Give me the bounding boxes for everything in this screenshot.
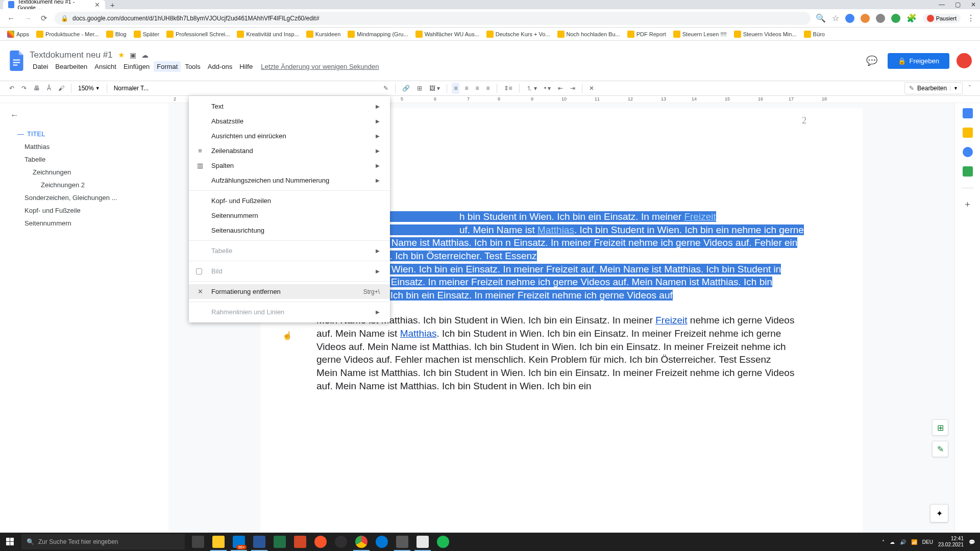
bookmark-item[interactable]: Büro [804,31,825,38]
outline-item[interactable]: Zeichnungen [10,166,158,179]
menu-datei[interactable]: Datei [30,61,51,72]
bookmark-item[interactable]: Apps [7,31,29,38]
excel-icon[interactable] [270,533,290,551]
bookmark-item[interactable]: Wahlfächer WU Aus... [415,31,479,38]
word-icon[interactable] [249,533,270,551]
window-maximize[interactable]: ▢ [955,1,961,8]
document-title[interactable]: Textdokument neu #1 [30,50,113,60]
notification-icon[interactable]: 💬 [969,539,975,545]
menu-tools[interactable]: Tools [182,61,203,72]
format-menu-item[interactable]: Seitennummern [189,208,390,223]
format-menu-item[interactable]: ≡Zeilenabstand▶ [189,143,390,158]
menu-format[interactable]: Format [154,61,181,72]
extension-icon[interactable] [876,14,885,23]
format-menu-item[interactable]: Kopf- und Fußzeilen [189,193,390,208]
paragraph-style-select[interactable]: Normaler T... [112,84,151,93]
volume-icon[interactable]: 🔊 [900,539,906,545]
close-tab-icon[interactable]: ✕ [94,1,100,9]
maps-icon[interactable] [963,166,973,177]
format-menu-item[interactable]: ✕Formatierung entfernenStrg+\ [189,284,390,299]
menu-hilfe[interactable]: Hilfe [236,61,256,72]
wifi-icon[interactable]: 📶 [911,539,917,545]
format-menu-item[interactable]: ▥Spalten▶ [189,158,390,173]
docs-logo[interactable] [8,49,26,72]
user-avatar[interactable] [957,53,972,68]
bookmark-item[interactable]: Professionell Schrei... [166,31,230,38]
last-edit-link[interactable]: Letzte Änderung vor wenigen Sekunden [261,61,379,72]
document-text[interactable]: h bin Student in Wien. Ich bin ein Einsa… [316,210,806,392]
align-justify-button[interactable]: ≡ [484,83,492,94]
highlight-color-button[interactable]: ✎ [381,83,390,94]
edge-icon[interactable] [372,533,392,551]
brave-icon[interactable] [310,533,331,551]
bookmark-item[interactable]: Deutsche Kurs + Vo... [486,31,550,38]
powerpoint-icon[interactable] [290,533,310,551]
outline-item[interactable]: Zeichnungen 2 [10,179,158,191]
bookmark-item[interactable]: Steuern Videos Min... [734,31,797,38]
add-comment-button[interactable]: ⊞ [932,419,948,436]
bulleted-list-button[interactable]: • ▾ [542,83,553,94]
clear-formatting-button[interactable]: ✕ [587,83,596,94]
format-menu-item[interactable]: Ausrichten und einrücken▶ [189,129,390,143]
obs-icon[interactable] [331,533,351,551]
cloud-icon[interactable]: ☁ [890,539,895,545]
new-tab-button[interactable]: + [110,1,115,9]
language-indicator[interactable]: DEU [922,539,933,545]
bookmark-item[interactable]: PDF Report [627,31,666,38]
menu-ansicht[interactable]: Ansicht [91,61,119,72]
bookmark-item[interactable]: Kreativität und Insp... [237,31,299,38]
move-folder-icon[interactable]: ▣ [130,51,136,59]
spotify-icon[interactable] [433,533,453,551]
outline-item[interactable]: Matthias [10,140,158,153]
insert-link-button[interactable]: 🔗 [400,83,412,94]
window-close[interactable]: ✕ [971,1,976,8]
comments-button[interactable]: 💬 [863,52,880,69]
spellcheck-button[interactable]: Ā [45,83,53,94]
browser-tab[interactable]: Textdokument neu #1 - Google ... ✕ [3,0,105,9]
bookmark-item[interactable]: Blog [106,31,127,38]
insert-image-button[interactable]: 🖼 ▾ [427,83,442,94]
undo-button[interactable]: ↶ [7,83,16,94]
taskbar-app-icon[interactable]: 99+ [229,533,249,551]
zoom-select[interactable]: 150% ▼ [76,84,102,93]
format-menu-item[interactable]: Absatzstile▶ [189,114,390,129]
clock[interactable]: 12:41 23.02.2021 [938,536,964,548]
menu-bearbeiten[interactable]: Bearbeiten [52,61,90,72]
outline-item[interactable]: Seitennummern [10,217,158,230]
window-minimize[interactable]: — [939,1,945,8]
bookmark-item[interactable]: Mindmapping (Gru... [348,31,408,38]
extension-icon[interactable] [891,14,900,23]
task-view-button[interactable] [188,533,208,551]
taskbar-app-icon[interactable] [392,533,412,551]
extension-icon[interactable] [845,14,854,23]
outline-item[interactable]: Kopf- und Fußzeile [10,204,158,217]
keep-icon[interactable] [963,128,973,138]
calendar-icon[interactable] [963,108,973,118]
notepad-icon[interactable] [412,533,433,551]
insert-comment-button[interactable]: ⊞ [415,83,424,94]
file-explorer-icon[interactable] [208,533,229,551]
paint-format-button[interactable]: 🖌 [56,83,66,94]
align-right-button[interactable]: ≡ [473,83,481,94]
bookmark-item[interactable]: Später [134,31,159,38]
start-button[interactable] [0,533,20,551]
reload-button[interactable]: ⟳ [39,14,50,23]
align-center-button[interactable]: ≡ [462,83,470,94]
decrease-indent-button[interactable]: ⇤ [556,83,565,94]
tasks-icon[interactable] [963,147,973,157]
outline-item[interactable]: Tabelle [10,153,158,166]
format-menu-item[interactable]: Aufzählungszeichen und Nummerierung▶ [189,173,390,188]
numbered-list-button[interactable]: ⒈ ▾ [524,82,539,95]
menu-dots-icon[interactable]: ⋮ [967,13,975,23]
address-bar[interactable]: 🔒 docs.google.com/document/d/1hUH8k6h7Lb… [55,12,811,25]
redo-button[interactable]: ↷ [19,83,29,94]
star-icon[interactable]: ★ [118,51,125,60]
bookmark-item[interactable]: Steuern Lesen !!!! [673,31,727,38]
outline-back-button[interactable]: ← [10,110,158,120]
profile-paused-badge[interactable]: Pausiert [923,14,961,23]
taskbar-search[interactable]: 🔍 Zur Suche Text hier eingeben [21,534,185,549]
cloud-saved-icon[interactable]: ☁ [141,51,149,59]
back-button[interactable]: ← [5,14,17,22]
format-menu-item[interactable]: Seitenausrichtung [189,223,390,238]
forward-button[interactable]: → [22,14,34,22]
